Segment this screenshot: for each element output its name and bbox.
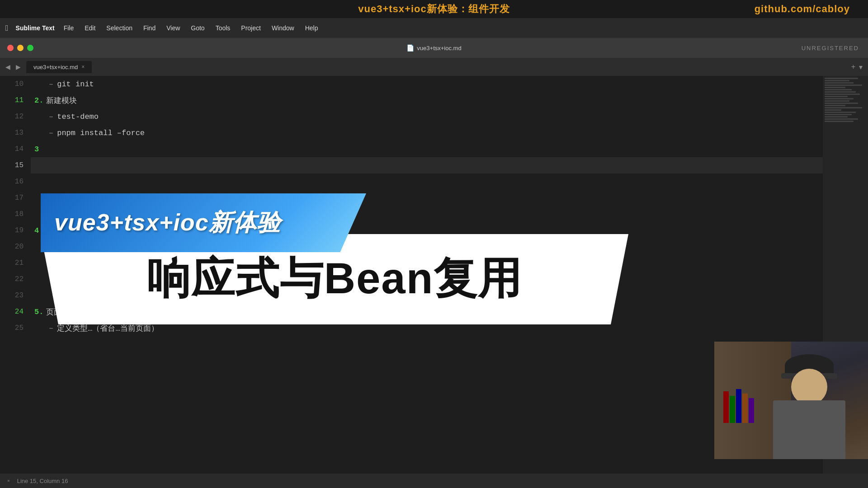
- dash-icon-10: –: [49, 80, 53, 89]
- nav-arrows: ◀ ▶: [4, 62, 23, 71]
- editor-tab[interactable]: vue3+tsx+ioc.md ×: [26, 61, 92, 73]
- dash-icon-12: –: [49, 113, 53, 121]
- line-num-16: 16: [0, 174, 31, 190]
- line-numbers: 10 11 12 13 14 15 16 17 18 19 20 21 22 2…: [0, 76, 31, 474]
- menu-edit[interactable]: Edit: [79, 23, 101, 33]
- code-line-15: [31, 157, 823, 174]
- code-text-11: 新建模块: [46, 95, 77, 106]
- book-4: [742, 394, 748, 423]
- line-num-19: 19: [0, 222, 31, 239]
- book-3: [736, 389, 741, 423]
- overlay-banner: vue3+tsx+ioc新体验 响应式与Bean复用: [41, 193, 633, 324]
- line-num-21: 21: [0, 255, 31, 271]
- cursor-position: Line 15, Column 16: [17, 478, 68, 484]
- line-num-22: 22: [0, 271, 31, 287]
- code-text-12: test-demo: [57, 113, 99, 121]
- menu-selection[interactable]: Selection: [101, 23, 138, 33]
- traffic-lights: [7, 45, 33, 51]
- line-num-12: 12: [0, 108, 31, 125]
- minimap-content: [823, 76, 868, 125]
- menu-project[interactable]: Project: [236, 23, 266, 33]
- line-num-20: 20: [0, 239, 31, 255]
- num-green-19: 4: [34, 226, 39, 235]
- num-green-11: 2.: [34, 96, 43, 105]
- line-num-25: 25: [0, 320, 31, 336]
- maximize-button[interactable]: [27, 45, 33, 51]
- banner-bottom-text: 响应式与Bean复用: [147, 250, 523, 309]
- menu-find[interactable]: Find: [138, 23, 161, 33]
- nav-forward-icon[interactable]: ▶: [14, 62, 23, 71]
- webcam-overlay: [714, 342, 868, 459]
- book-2: [730, 396, 735, 423]
- nav-back-icon[interactable]: ◀: [4, 62, 12, 71]
- menu-bar:  Sublime Text File Edit Selection Find …: [0, 18, 868, 38]
- webcam-inner: [714, 342, 868, 459]
- tab-label: vue3+tsx+ioc.md: [33, 64, 78, 70]
- menu-window[interactable]: Window: [266, 23, 300, 33]
- code-line-14: 3: [31, 141, 823, 157]
- unregistered-badge: UNREGISTERED: [802, 45, 859, 52]
- code-line-11: 2. 新建模块: [31, 92, 823, 108]
- window-title: 📄 vue3+tsx+ioc.md: [406, 44, 461, 52]
- tab-options-icon[interactable]: ▾: [859, 63, 863, 71]
- minimize-button[interactable]: [17, 45, 24, 51]
- code-line-12: – test-demo: [31, 108, 823, 125]
- menu-file[interactable]: File: [58, 23, 80, 33]
- menu-view[interactable]: View: [161, 23, 185, 33]
- banner-top-text: vue3+tsx+ioc新体验: [54, 207, 281, 239]
- new-tab-icon[interactable]: +: [851, 63, 855, 71]
- line-num-14: 14: [0, 141, 31, 157]
- menu-help[interactable]: Help: [300, 23, 324, 33]
- tab-close-button[interactable]: ×: [81, 64, 85, 70]
- close-button[interactable]: [7, 45, 14, 51]
- window-file-name: vue3+tsx+ioc.md: [417, 45, 461, 52]
- apple-logo-icon: : [5, 23, 9, 33]
- editor-area: 10 11 12 13 14 15 16 17 18 19 20 21 22 2…: [0, 76, 868, 474]
- banner-top: vue3+tsx+ioc新体验: [41, 193, 366, 252]
- line-num-23: 23: [0, 287, 31, 304]
- app-name: Sublime Text: [16, 24, 55, 32]
- dash-icon-13: –: [49, 129, 53, 137]
- code-line-16: [31, 174, 823, 190]
- book-1: [723, 391, 729, 423]
- menu-tools[interactable]: Tools: [210, 23, 236, 33]
- line-num-10: 10: [0, 76, 31, 92]
- top-title-bar: vue3+tsx+ioc新体验：组件开发 github.com/cabloy: [0, 0, 868, 18]
- file-icon: 📄: [406, 44, 414, 52]
- line-num-18: 18: [0, 206, 31, 222]
- menu-goto[interactable]: Goto: [185, 23, 210, 33]
- github-text: github.com/cabloy: [755, 3, 850, 15]
- num-green-14: 3: [34, 145, 39, 154]
- line-num-17: 17: [0, 190, 31, 206]
- line-num-15: 15: [0, 157, 31, 174]
- line-num-11: 11: [0, 92, 31, 108]
- book-5: [749, 398, 754, 423]
- status-bar: ▪ Line 15, Column 16: [0, 474, 868, 488]
- person-head: [791, 369, 827, 405]
- sidebar-toggle-icon[interactable]: ▪: [7, 477, 10, 485]
- line-num-24: 24: [0, 304, 31, 320]
- top-title-text: vue3+tsx+ioc新体验：组件开发: [358, 2, 509, 16]
- code-text-13: pnpm install –force: [57, 129, 145, 137]
- window-chrome: 📄 vue3+tsx+ioc.md UNREGISTERED: [0, 38, 868, 58]
- code-text-10: git init: [57, 80, 94, 89]
- code-line-13: – pnpm install –force: [31, 125, 823, 141]
- tab-bar: ◀ ▶ vue3+tsx+ioc.md × + ▾: [0, 58, 868, 76]
- code-line-10: – git init: [31, 76, 823, 92]
- tab-bar-actions: + ▾: [851, 63, 863, 71]
- person-body: [773, 400, 845, 459]
- line-num-13: 13: [0, 125, 31, 141]
- dash-icon-25: –: [49, 324, 53, 333]
